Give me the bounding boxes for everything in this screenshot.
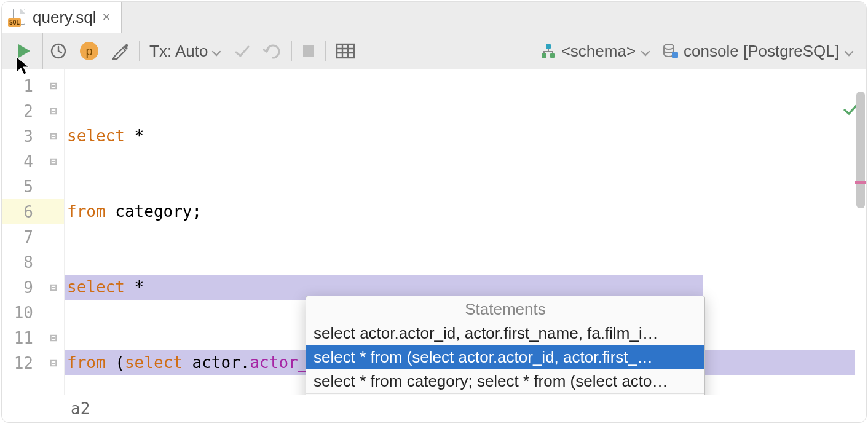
line-number: 7 bbox=[2, 224, 64, 249]
line-number: 10 bbox=[2, 300, 64, 325]
svg-rect-2 bbox=[303, 45, 314, 57]
schema-label: <schema> bbox=[561, 42, 636, 61]
file-tab[interactable]: SQL query.sql × bbox=[2, 2, 122, 33]
statement-option[interactable]: select * from category; select * from (s… bbox=[306, 369, 704, 393]
statement-option[interactable]: select actor.actor_id, actor.first_name,… bbox=[306, 321, 704, 345]
statements-popup: Statements select actor.actor_id, actor.… bbox=[306, 296, 705, 395]
playground-badge[interactable]: p bbox=[74, 33, 105, 69]
chevron-down-icon bbox=[641, 42, 650, 61]
gutter-marker bbox=[855, 181, 866, 184]
console-label: console [PostgreSQL] bbox=[684, 42, 839, 61]
tabs-bar: SQL query.sql × bbox=[2, 2, 866, 33]
customize-link[interactable]: Customize bbox=[306, 393, 704, 395]
schema-icon bbox=[540, 43, 556, 59]
svg-rect-10 bbox=[550, 53, 555, 58]
tx-mode-dropdown[interactable]: Tx: Auto bbox=[143, 42, 227, 61]
line-number: 9 bbox=[2, 275, 64, 300]
rollback-button[interactable] bbox=[257, 33, 288, 69]
line-number: 4 bbox=[2, 149, 64, 174]
line-number: 8 bbox=[2, 249, 64, 275]
sql-file-icon: SQL bbox=[9, 9, 26, 26]
chevron-down-icon bbox=[211, 42, 221, 61]
line-number: 6 bbox=[2, 199, 64, 224]
line-number-gutter: 1 2 3 4 5 6 7 8 9 10 11 12 bbox=[2, 69, 65, 395]
line-number: 2 bbox=[2, 98, 64, 124]
code-line: select * bbox=[65, 124, 866, 149]
svg-rect-3 bbox=[337, 44, 354, 58]
scrollbar[interactable] bbox=[856, 92, 865, 363]
code-editor[interactable]: 1 2 3 4 5 6 7 8 9 10 11 12 select * from… bbox=[2, 69, 866, 395]
datasource-icon bbox=[663, 43, 679, 59]
table-view-button[interactable] bbox=[329, 33, 361, 69]
close-icon[interactable]: × bbox=[103, 10, 111, 24]
run-button[interactable] bbox=[10, 33, 37, 69]
line-number: 3 bbox=[2, 124, 64, 149]
validation-ok-icon bbox=[766, 73, 859, 149]
toolbar: p Tx: Auto <schema> bbox=[2, 33, 866, 69]
run-button-wrap bbox=[4, 33, 43, 69]
console-dropdown[interactable]: console [PostgreSQL] bbox=[657, 42, 860, 61]
history-button[interactable] bbox=[43, 33, 74, 69]
line-number: 12 bbox=[2, 350, 64, 375]
scrollbar-thumb[interactable] bbox=[856, 92, 865, 208]
chevron-down-icon bbox=[844, 42, 854, 61]
statement-option[interactable]: select * from (select actor.actor_id, ac… bbox=[306, 345, 704, 369]
svg-rect-8 bbox=[546, 44, 551, 49]
tab-filename: query.sql bbox=[33, 8, 97, 27]
line-number: 5 bbox=[2, 174, 64, 199]
separator bbox=[325, 41, 326, 61]
popup-title: Statements bbox=[306, 296, 704, 321]
schema-dropdown[interactable]: <schema> bbox=[534, 42, 657, 61]
breadcrumb-bar: a2 bbox=[2, 395, 866, 422]
svg-point-11 bbox=[664, 44, 674, 49]
svg-marker-0 bbox=[18, 44, 30, 58]
separator bbox=[139, 41, 140, 61]
commit-button[interactable] bbox=[227, 33, 257, 69]
line-number: 1 bbox=[2, 73, 64, 98]
line-number: 11 bbox=[2, 325, 64, 350]
code-line: from category; bbox=[65, 199, 866, 224]
separator bbox=[291, 41, 292, 61]
tx-label: Tx: Auto bbox=[149, 42, 208, 61]
svg-rect-12 bbox=[672, 52, 678, 58]
settings-button[interactable] bbox=[105, 33, 135, 69]
context-path: a2 bbox=[71, 401, 90, 417]
editor-window: SQL query.sql × p Tx: Auto bbox=[1, 1, 867, 423]
stop-button[interactable] bbox=[296, 33, 322, 69]
svg-rect-9 bbox=[542, 53, 546, 58]
